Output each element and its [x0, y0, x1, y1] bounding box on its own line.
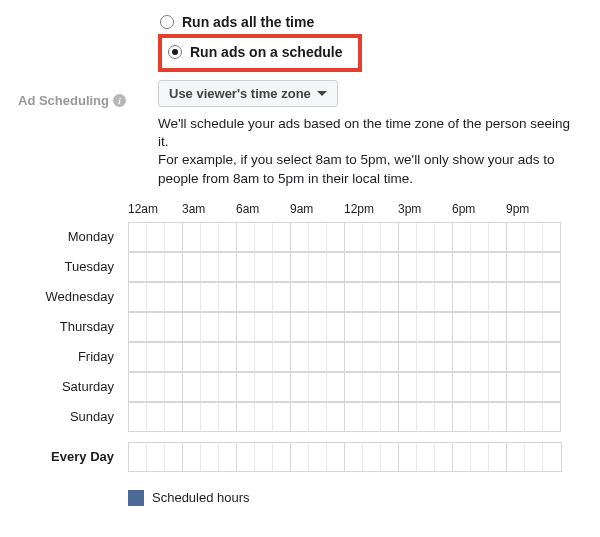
schedule-cell[interactable]: [453, 443, 471, 471]
radio-run-all-time[interactable]: Run ads all the time: [158, 12, 582, 32]
schedule-cell[interactable]: [309, 253, 327, 282]
schedule-cell[interactable]: [255, 283, 273, 312]
schedule-cell[interactable]: [327, 223, 345, 252]
schedule-cell[interactable]: [147, 283, 165, 312]
schedule-cell[interactable]: [507, 283, 525, 312]
schedule-cell[interactable]: [381, 343, 399, 372]
schedule-cell[interactable]: [489, 283, 507, 312]
schedule-cell[interactable]: [507, 403, 525, 432]
schedule-cell[interactable]: [363, 343, 381, 372]
schedule-cell[interactable]: [309, 343, 327, 372]
timezone-dropdown[interactable]: Use viewer's time zone: [158, 80, 338, 107]
schedule-cell[interactable]: [219, 343, 237, 372]
schedule-cell[interactable]: [435, 283, 453, 312]
schedule-cell[interactable]: [201, 313, 219, 342]
schedule-cell[interactable]: [525, 373, 543, 402]
schedule-cell[interactable]: [417, 403, 435, 432]
schedule-cell[interactable]: [291, 313, 309, 342]
schedule-cell[interactable]: [471, 343, 489, 372]
schedule-cell[interactable]: [147, 373, 165, 402]
schedule-cell[interactable]: [309, 283, 327, 312]
schedule-cell[interactable]: [417, 283, 435, 312]
schedule-cell[interactable]: [219, 313, 237, 342]
schedule-cell[interactable]: [453, 403, 471, 432]
row-cells[interactable]: [128, 252, 561, 282]
schedule-cell[interactable]: [273, 443, 291, 471]
schedule-cell[interactable]: [273, 283, 291, 312]
schedule-cell[interactable]: [345, 313, 363, 342]
schedule-cell[interactable]: [471, 253, 489, 282]
schedule-cell[interactable]: [507, 253, 525, 282]
schedule-cell[interactable]: [345, 373, 363, 402]
schedule-cell[interactable]: [453, 283, 471, 312]
row-cells[interactable]: [128, 312, 561, 342]
schedule-cell[interactable]: [399, 373, 417, 402]
schedule-cell[interactable]: [219, 283, 237, 312]
schedule-cell[interactable]: [399, 443, 417, 471]
schedule-cell[interactable]: [327, 343, 345, 372]
schedule-cell[interactable]: [489, 223, 507, 252]
schedule-cell[interactable]: [363, 373, 381, 402]
schedule-cell[interactable]: [201, 253, 219, 282]
schedule-cell[interactable]: [399, 253, 417, 282]
schedule-cell[interactable]: [129, 313, 147, 342]
schedule-cell[interactable]: [525, 403, 543, 432]
schedule-cell[interactable]: [471, 223, 489, 252]
schedule-cell[interactable]: [201, 343, 219, 372]
schedule-cell[interactable]: [417, 343, 435, 372]
schedule-cell[interactable]: [507, 223, 525, 252]
schedule-cell[interactable]: [345, 283, 363, 312]
schedule-cell[interactable]: [399, 343, 417, 372]
schedule-cell[interactable]: [435, 313, 453, 342]
schedule-cell[interactable]: [453, 253, 471, 282]
schedule-cell[interactable]: [291, 223, 309, 252]
schedule-cell[interactable]: [309, 403, 327, 432]
schedule-cell[interactable]: [255, 403, 273, 432]
schedule-cell[interactable]: [219, 403, 237, 432]
schedule-cell[interactable]: [489, 403, 507, 432]
schedule-cell[interactable]: [543, 253, 561, 282]
schedule-cell[interactable]: [273, 373, 291, 402]
schedule-cell[interactable]: [399, 313, 417, 342]
schedule-cell[interactable]: [525, 443, 543, 471]
schedule-cell[interactable]: [129, 443, 147, 471]
schedule-cell[interactable]: [255, 253, 273, 282]
schedule-cell[interactable]: [147, 343, 165, 372]
schedule-cell[interactable]: [399, 223, 417, 252]
schedule-cell[interactable]: [255, 373, 273, 402]
schedule-cell[interactable]: [435, 343, 453, 372]
schedule-cell[interactable]: [453, 313, 471, 342]
schedule-cell[interactable]: [543, 313, 561, 342]
schedule-cell[interactable]: [471, 373, 489, 402]
schedule-cell[interactable]: [435, 403, 453, 432]
schedule-cell[interactable]: [129, 283, 147, 312]
schedule-cell[interactable]: [489, 253, 507, 282]
schedule-cell[interactable]: [435, 443, 453, 471]
schedule-cell[interactable]: [435, 253, 453, 282]
schedule-cell[interactable]: [507, 443, 525, 471]
schedule-cell[interactable]: [165, 223, 183, 252]
schedule-cell[interactable]: [273, 403, 291, 432]
schedule-cell[interactable]: [309, 373, 327, 402]
schedule-cell[interactable]: [183, 253, 201, 282]
schedule-cell[interactable]: [129, 343, 147, 372]
schedule-cell[interactable]: [435, 223, 453, 252]
schedule-cell[interactable]: [345, 443, 363, 471]
info-icon[interactable]: i: [113, 94, 126, 107]
schedule-cell[interactable]: [165, 343, 183, 372]
schedule-cell[interactable]: [183, 343, 201, 372]
everyday-cells[interactable]: [128, 442, 562, 472]
schedule-cell[interactable]: [417, 373, 435, 402]
row-cells[interactable]: [128, 372, 561, 402]
schedule-cell[interactable]: [525, 343, 543, 372]
row-cells[interactable]: [128, 342, 561, 372]
schedule-cell[interactable]: [129, 223, 147, 252]
schedule-cell[interactable]: [327, 373, 345, 402]
schedule-cell[interactable]: [273, 313, 291, 342]
schedule-cell[interactable]: [309, 223, 327, 252]
schedule-cell[interactable]: [201, 223, 219, 252]
schedule-cell[interactable]: [381, 313, 399, 342]
radio-run-schedule[interactable]: Run ads on a schedule: [166, 42, 342, 62]
schedule-cell[interactable]: [147, 443, 165, 471]
schedule-cell[interactable]: [255, 443, 273, 471]
